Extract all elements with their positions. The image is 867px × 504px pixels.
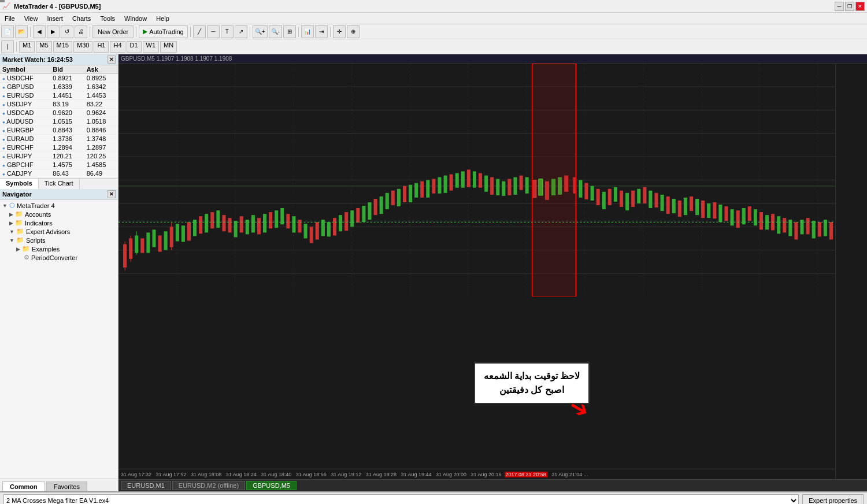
ask-cell: 0.8846 bbox=[84, 126, 118, 135]
chart-tab-eurusd-m1[interactable]: EURUSD,M1 bbox=[121, 481, 171, 490]
market-watch-close[interactable]: ✕ bbox=[108, 55, 116, 64]
nav-accounts[interactable]: ▶ 📁 Accounts bbox=[9, 210, 116, 218]
minimize-button[interactable]: ─ bbox=[835, 2, 844, 11]
arrow-button[interactable]: ↗ bbox=[235, 25, 247, 38]
line-button[interactable]: ╱ bbox=[193, 25, 206, 38]
svg-rect-32 bbox=[164, 231, 168, 250]
candlestick-area[interactable]: 1.1530 1.1525 1.1520 1.1515 1.1510 1.150… bbox=[118, 64, 867, 479]
period-h4[interactable]: H4 bbox=[110, 41, 125, 53]
svg-rect-69 bbox=[374, 199, 377, 215]
period-mn[interactable]: MN bbox=[160, 41, 177, 53]
text-button[interactable]: T bbox=[221, 25, 234, 38]
chart-tab-eurusd-m2[interactable]: EURUSD,M2 (offline) bbox=[172, 481, 245, 490]
market-watch-row[interactable]: ● USDJPY 83.19 83.22 bbox=[0, 100, 118, 109]
col-symbol: Symbol bbox=[0, 65, 50, 74]
forward-button[interactable]: ▶ bbox=[47, 25, 60, 38]
tab-favorites[interactable]: Favorites bbox=[46, 481, 87, 491]
period-m30[interactable]: M30 bbox=[73, 41, 92, 53]
tab-tick-chart[interactable]: Tick Chart bbox=[39, 179, 80, 189]
autotrading-button[interactable]: ▶ AutoTrading bbox=[139, 25, 188, 38]
expand-icon: ▶ bbox=[9, 212, 13, 217]
period-d1[interactable]: D1 bbox=[127, 41, 142, 53]
chart-canvas[interactable]: 1.1530 1.1525 1.1520 1.1515 1.1510 1.150… bbox=[118, 64, 867, 479]
indicators-button[interactable]: 📊 bbox=[301, 25, 314, 38]
tab-symbols[interactable]: Symbols bbox=[0, 179, 39, 189]
period-h1[interactable]: H1 bbox=[94, 41, 109, 53]
cursor-button[interactable]: ✛ bbox=[333, 25, 346, 38]
market-watch-row[interactable]: ● EURGBP 0.8843 0.8846 bbox=[0, 126, 118, 135]
ask-cell: 86.49 bbox=[84, 169, 118, 178]
period-m5[interactable]: M5 bbox=[36, 41, 51, 53]
restore-button[interactable]: ❐ bbox=[845, 2, 854, 11]
svg-rect-93 bbox=[514, 177, 517, 195]
ea-selector[interactable]: 2 MA Crosses Mega filter EA V1.ex4 bbox=[3, 494, 799, 504]
close-button[interactable]: ✕ bbox=[855, 2, 865, 11]
expert-properties-button[interactable]: Expert properties bbox=[802, 494, 864, 504]
menu-charts[interactable]: Charts bbox=[68, 14, 95, 23]
market-watch-row[interactable]: ● GBPUSD 1.6339 1.6342 bbox=[0, 83, 118, 91]
symbol-cell: ● EURAUD bbox=[0, 135, 50, 143]
chart-shift-button[interactable]: ⇥ bbox=[315, 25, 328, 38]
bid-cell: 0.8843 bbox=[50, 126, 84, 135]
svg-rect-43 bbox=[222, 215, 225, 231]
svg-rect-113 bbox=[637, 189, 640, 203]
period-m15[interactable]: M15 bbox=[53, 41, 72, 53]
menu-help[interactable]: Help bbox=[151, 14, 174, 23]
market-watch-row[interactable]: ● EURAUD 1.3736 1.3748 bbox=[0, 135, 118, 143]
chart-tab-gbpusd-m5[interactable]: GBPUSD,M5 bbox=[246, 481, 297, 490]
toolbar-sep7 bbox=[330, 27, 331, 37]
menu-window[interactable]: Window bbox=[120, 14, 151, 23]
resize-handle[interactable] bbox=[0, 0, 5, 2]
folder-icon: 📁 bbox=[16, 228, 24, 235]
svg-rect-44 bbox=[228, 218, 232, 232]
refresh-button[interactable]: ↺ bbox=[61, 25, 73, 38]
nav-period-converter[interactable]: ⚙ PeriodConverter bbox=[16, 253, 116, 262]
nav-metatrader4[interactable]: ▼ ⬡ MetaTrader 4 bbox=[2, 201, 116, 210]
svg-rect-48 bbox=[251, 215, 255, 232]
symbol-cell: ● EURCHF bbox=[0, 143, 50, 152]
market-watch-row[interactable]: ● EURJPY 120.21 120.25 bbox=[0, 152, 118, 161]
new-order-button[interactable]: New Order bbox=[92, 25, 134, 38]
properties-button[interactable]: ⊞ bbox=[283, 25, 296, 38]
bid-cell: 120.21 bbox=[50, 152, 84, 161]
menubar: File View Insert Charts Tools Window Hel… bbox=[0, 13, 867, 24]
nav-examples[interactable]: ▶ 📁 Examples bbox=[16, 244, 116, 253]
annotation-line1: لاحظ توقيت بداية الشمعه bbox=[484, 369, 580, 383]
crosshair-button[interactable]: ⊕ bbox=[347, 25, 360, 38]
hline-button[interactable]: ─ bbox=[207, 25, 220, 38]
market-watch-row[interactable]: ● CADJPY 86.43 86.49 bbox=[0, 169, 118, 178]
svg-rect-129 bbox=[731, 209, 734, 225]
menu-view[interactable]: View bbox=[20, 14, 43, 23]
zoom-out-button[interactable]: 🔍- bbox=[269, 25, 282, 38]
menu-tools[interactable]: Tools bbox=[95, 14, 120, 23]
market-watch-row[interactable]: ● GBPCHF 1.4575 1.4585 bbox=[0, 161, 118, 169]
navigator-close[interactable]: ✕ bbox=[108, 190, 116, 198]
period-m1[interactable]: M1 bbox=[19, 41, 35, 53]
print-button[interactable]: 🖨 bbox=[75, 25, 87, 38]
nav-scripts[interactable]: ▼ 📁 Scripts bbox=[9, 236, 116, 244]
nav-expert-advisors[interactable]: ▼ 📁 Expert Advisors bbox=[9, 227, 116, 236]
svg-rect-92 bbox=[507, 179, 511, 195]
tab-common[interactable]: Common bbox=[2, 481, 45, 491]
market-watch-row[interactable]: ● AUDUSD 1.0515 1.0518 bbox=[0, 117, 118, 126]
bid-cell: 1.0515 bbox=[50, 117, 84, 126]
market-watch-row[interactable]: ● USDCAD 0.9620 0.9624 bbox=[0, 109, 118, 117]
zoom-in-button[interactable]: 🔍+ bbox=[253, 25, 268, 38]
open-button[interactable]: 📂 bbox=[15, 25, 28, 38]
folder-icon: 📁 bbox=[15, 219, 23, 227]
market-watch-row[interactable]: ● EURUSD 1.4451 1.4453 bbox=[0, 91, 118, 100]
menu-insert[interactable]: Insert bbox=[42, 14, 68, 23]
svg-rect-29 bbox=[146, 232, 150, 253]
market-watch-row[interactable]: ● EURCHF 1.2894 1.2897 bbox=[0, 143, 118, 152]
bid-cell: 0.8921 bbox=[50, 74, 84, 83]
back-button[interactable]: ◀ bbox=[33, 25, 46, 38]
market-watch-table: Symbol Bid Ask ● USDCHF 0.8921 0.8925 ● … bbox=[0, 65, 118, 178]
new-chart-button[interactable]: 📄 bbox=[1, 25, 14, 38]
market-watch-row[interactable]: ● USDCHF 0.8921 0.8925 bbox=[0, 74, 118, 83]
bid-cell: 1.3736 bbox=[50, 135, 84, 143]
period-w1[interactable]: W1 bbox=[143, 41, 160, 53]
line-tool-button[interactable]: | bbox=[1, 40, 14, 53]
svg-rect-111 bbox=[625, 193, 629, 210]
menu-file[interactable]: File bbox=[0, 14, 20, 23]
nav-indicators[interactable]: ▶ 📁 Indicators bbox=[9, 218, 116, 227]
